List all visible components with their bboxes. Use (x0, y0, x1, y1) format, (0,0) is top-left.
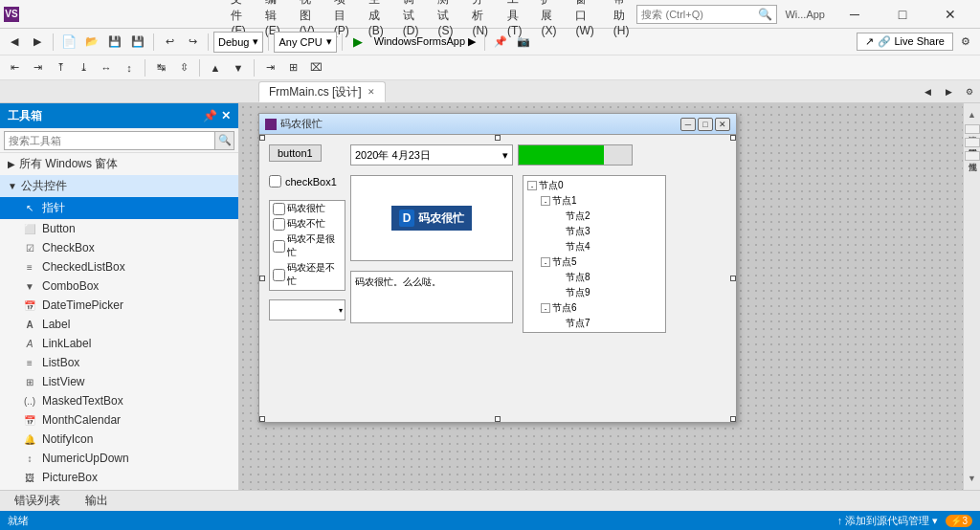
checkedlist-item-1[interactable]: 码农不忙 (270, 216, 345, 232)
tree-expand-5[interactable]: - (541, 257, 550, 267)
designer-area[interactable]: 码农很忙 ─ □ ✕ button1 2020年 4月23日 ▾ (239, 103, 980, 490)
right-tab-properties[interactable]: 属性 (965, 151, 980, 161)
cpu-dropdown[interactable]: Any CPU ▾ (274, 32, 336, 53)
form-minimize-button[interactable]: ─ (680, 118, 696, 131)
tree-expand-6[interactable]: - (541, 303, 550, 313)
pin-button[interactable]: 📌 (490, 32, 511, 53)
checkedlist-item-3[interactable]: 码农还是不忙 (270, 260, 345, 289)
grid-button[interactable]: ⊞ (282, 57, 303, 78)
toolbox-item-listview[interactable]: ⊞ ListView (0, 372, 238, 391)
debug-dropdown[interactable]: Debug ▾ (213, 32, 263, 53)
menu-item-help[interactable]: 帮助(H) (606, 0, 637, 39)
snap-button[interactable]: ⌧ (305, 57, 326, 78)
toolbox-item-numericupdown[interactable]: ↕ NumericUpDown (0, 449, 238, 468)
bottom-tab-error-list[interactable]: 错误列表 (4, 490, 71, 512)
checkedlist-cb-0[interactable] (273, 203, 285, 215)
menu-item-debug[interactable]: 调试(D) (395, 0, 427, 39)
tree-node-6[interactable]: - 节点6 (527, 300, 661, 316)
toolbox-item-button[interactable]: ⬜ Button (0, 219, 238, 238)
form-button1[interactable]: button1 (269, 144, 322, 162)
toolbox-pin-icon[interactable]: 📌 (203, 109, 217, 122)
toolbox-item-combobox[interactable]: ▼ ComboBox (0, 276, 238, 296)
toolbox-item-label[interactable]: A Label (0, 315, 238, 334)
form-combobox[interactable]: ▾ (269, 299, 345, 320)
live-share-button[interactable]: ↗ 🔗 Live Share (857, 33, 953, 51)
form-checkbox[interactable]: checkBox1 (269, 175, 337, 188)
tab-arrow-left[interactable]: ◀ (917, 81, 938, 102)
tree-node-0[interactable]: - 节点0 (527, 178, 661, 193)
toolbox-item-notifyicon[interactable]: 🔔 NotifyIcon (0, 430, 238, 449)
undo-button[interactable]: ↩ (159, 32, 180, 53)
bottom-tab-output[interactable]: 输出 (75, 490, 119, 512)
menu-item-window[interactable]: 窗口(W) (568, 0, 601, 39)
toolbox-search-input[interactable] (4, 131, 215, 150)
handle-bottom-right[interactable] (730, 416, 736, 422)
save-all-button[interactable]: 💾 (127, 32, 148, 53)
right-panel-arrow-down[interactable]: ▼ (965, 471, 980, 486)
redo-button[interactable]: ↪ (182, 32, 203, 53)
status-source-control[interactable]: ↑ 添加到源代码管理 ▾ (837, 514, 939, 528)
tree-expand-1[interactable]: - (541, 196, 550, 206)
right-tab-solution-explorer[interactable]: 解决方案 (965, 124, 980, 134)
toolbox-item-linklabel[interactable]: A LinkLabel (0, 334, 238, 353)
toolbox-category-common[interactable]: ▼ 公共控件 (0, 175, 238, 197)
same-height-button[interactable]: ⇳ (173, 57, 194, 78)
tree-node-2[interactable]: 节点2 (527, 209, 661, 224)
new-project-button[interactable]: 📄 (58, 32, 79, 53)
handle-mid-left[interactable] (259, 276, 265, 281)
open-button[interactable]: 📂 (81, 32, 102, 53)
bring-front-button[interactable]: ▲ (205, 57, 226, 78)
align-right-button[interactable]: ⇥ (27, 57, 48, 78)
toolbox-item-monthcalendar[interactable]: 📅 MonthCalendar (0, 410, 238, 430)
menu-item-test[interactable]: 测试(S) (430, 0, 460, 39)
maximize-button[interactable]: □ (880, 0, 924, 29)
handle-bottom-left[interactable] (259, 416, 265, 422)
datepicker-dropdown-icon[interactable]: ▾ (502, 149, 508, 162)
center-v-button[interactable]: ↕ (119, 57, 140, 78)
handle-top-mid[interactable] (495, 135, 501, 141)
tree-node-7[interactable]: 节点7 (527, 316, 661, 331)
camera-button[interactable]: 📷 (513, 32, 534, 53)
align-top-button[interactable]: ⤒ (50, 57, 71, 78)
minimize-button[interactable]: ─ (833, 0, 877, 29)
toolbox-item-datetimepicker[interactable]: 📅 DateTimePicker (0, 296, 238, 315)
toolbox-item-checkbox[interactable]: ☑ CheckBox (0, 238, 238, 257)
checkbox-input[interactable] (269, 175, 281, 188)
tab-arrow-right[interactable]: ▶ (938, 81, 959, 102)
handle-mid-right[interactable] (730, 276, 736, 281)
close-button[interactable]: ✕ (928, 0, 972, 29)
settings-button[interactable]: ⚙ (955, 32, 976, 53)
align-bottom-button[interactable]: ⤓ (73, 57, 94, 78)
checkedlist-cb-2[interactable] (273, 240, 285, 253)
run-button[interactable]: ▶ (347, 32, 368, 53)
search-input[interactable] (641, 9, 756, 20)
toolbox-item-checkedlistbox[interactable]: ≡ CheckedListBox (0, 257, 238, 276)
right-tab-team-explorer[interactable]: 团队资源 (965, 138, 980, 147)
tree-node-8[interactable]: 节点8 (527, 270, 661, 285)
toolbox-item-pointer[interactable]: ↖ 指针 (0, 197, 238, 219)
toolbox-item-listbox[interactable]: ≡ ListBox (0, 353, 238, 372)
handle-top-right[interactable] (730, 135, 736, 141)
toolbox-item-progressbar[interactable]: ▬ ProgressBar (0, 487, 238, 490)
toolbox-item-picturebox[interactable]: 🖼 PictureBox (0, 468, 238, 487)
toolbox-close-icon[interactable]: ✕ (221, 109, 231, 122)
tree-node-3[interactable]: 节点3 (527, 224, 661, 239)
checkedlist-item-0[interactable]: 码农很忙 (270, 201, 345, 216)
form-treeview[interactable]: - 节点0 - 节点1 节点2 (523, 175, 666, 333)
combobox-arrow-icon[interactable]: ▾ (339, 306, 343, 315)
toolbox-item-maskedtextbox[interactable]: (..) MaskedTextBox (0, 391, 238, 410)
checkedlist-cb-1[interactable] (273, 218, 285, 231)
right-panel-arrow-up[interactable]: ▲ (965, 107, 980, 122)
form-checkedlistbox[interactable]: 码农很忙 码农不忙 码农不是很忙 码农还是不忙 (269, 200, 345, 291)
checkedlist-item-2[interactable]: 码农不是很忙 (270, 232, 345, 260)
tree-expand-0[interactable]: - (527, 181, 537, 190)
form-maximize-button[interactable]: □ (698, 118, 713, 131)
same-width-button[interactable]: ↹ (150, 57, 171, 78)
tree-node-1[interactable]: - 节点1 (527, 193, 661, 209)
handle-bottom-mid[interactable] (495, 416, 501, 422)
handle-top-left[interactable] (259, 135, 265, 141)
tab-close-icon[interactable]: ✕ (368, 87, 375, 97)
tree-node-4[interactable]: 节点4 (527, 239, 661, 254)
checkedlist-cb-3[interactable] (273, 269, 285, 281)
align-left-button[interactable]: ⇤ (4, 57, 25, 78)
